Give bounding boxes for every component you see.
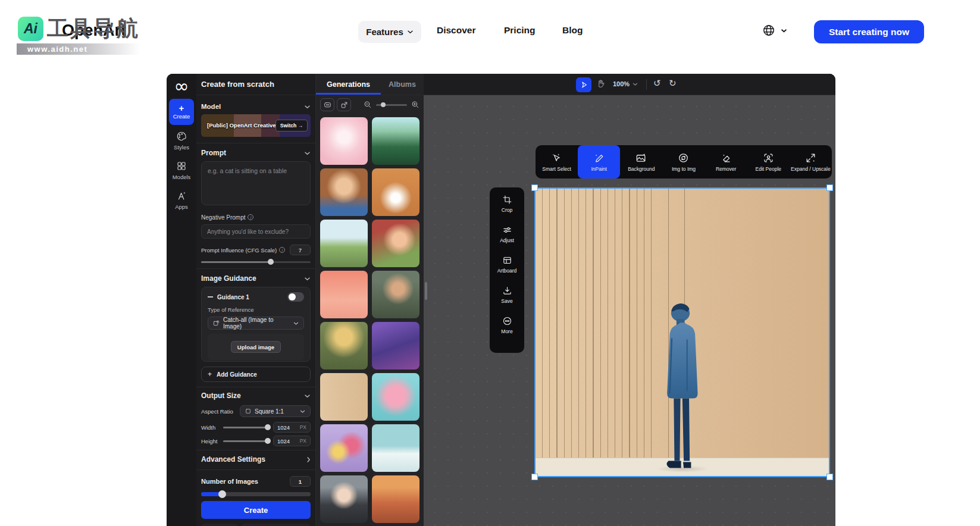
generation-thumbnail-lego-band[interactable] bbox=[372, 322, 419, 370]
model-selector-banner[interactable]: [Public] OpenArt Creative Switch → bbox=[201, 114, 311, 137]
tab-albums[interactable]: Albums bbox=[381, 74, 424, 95]
nav-link-discover[interactable]: Discover bbox=[437, 25, 475, 36]
tool-background[interactable]: Background bbox=[620, 145, 662, 179]
upload-dropzone[interactable]: Upload image bbox=[208, 334, 304, 360]
rail-item-apps[interactable]: Apps bbox=[167, 190, 196, 210]
nav-link-blog[interactable]: Blog bbox=[562, 25, 583, 36]
generation-thumbnail-pink-creature[interactable] bbox=[320, 117, 368, 165]
image-guidance-header[interactable]: Image Guidance bbox=[201, 274, 311, 283]
info-icon[interactable]: i bbox=[248, 214, 253, 220]
prompt-section-header[interactable]: Prompt bbox=[201, 148, 311, 158]
export-to-canvas-button[interactable] bbox=[337, 98, 351, 111]
selection-handle-top-right[interactable] bbox=[826, 184, 833, 191]
undo-button[interactable]: ↺ bbox=[653, 78, 661, 89]
generation-thumbnail-seal-on-ice[interactable] bbox=[372, 424, 419, 472]
info-icon[interactable]: i bbox=[279, 247, 285, 253]
generation-thumbnail-motorcycle-girl[interactable] bbox=[372, 117, 419, 165]
advanced-settings-row[interactable]: Advanced Settings bbox=[201, 455, 311, 464]
openart-infinity-logo[interactable]: ∞ bbox=[167, 77, 196, 95]
thumbnail-size-slider[interactable] bbox=[376, 102, 407, 108]
model-switch-button[interactable]: Switch → bbox=[275, 120, 308, 132]
collapse-dash-icon[interactable] bbox=[208, 296, 213, 298]
width-value-box[interactable]: 1024 PX bbox=[273, 422, 311, 433]
partial-button-left[interactable]: ⬆ bbox=[201, 524, 238, 526]
artboard-tool[interactable]: Artboard bbox=[490, 255, 524, 286]
reference-type-value: Catch-all (Image to Image) bbox=[223, 317, 290, 330]
tool-label: Artboard bbox=[497, 268, 517, 274]
nav-features-dropdown[interactable]: Features bbox=[358, 21, 421, 43]
partial-button-right[interactable]: ✓ bbox=[241, 524, 311, 526]
add-guidance-button[interactable]: + Add Guidance bbox=[201, 367, 311, 382]
cfg-slider[interactable] bbox=[201, 259, 311, 265]
generation-thumbnail-orange-canyon[interactable] bbox=[372, 475, 419, 523]
height-slider[interactable] bbox=[223, 438, 269, 444]
artwork-image bbox=[536, 189, 829, 476]
model-section-header[interactable]: Model bbox=[201, 102, 311, 111]
upload-image-button[interactable]: Upload image bbox=[231, 341, 281, 353]
generation-thumbnail-cats-at-window[interactable] bbox=[320, 220, 368, 267]
generation-thumbnail-green-jacket-woman[interactable] bbox=[372, 271, 419, 318]
nav-features-label: Features bbox=[366, 27, 403, 37]
divider bbox=[196, 143, 315, 143]
generation-thumbnail-blonde-armor-woman[interactable] bbox=[320, 322, 368, 370]
generation-thumbnail-beige-room-man[interactable] bbox=[320, 373, 368, 421]
left-rail: ∞ + Create Styles Models bbox=[167, 74, 196, 526]
height-value-box[interactable]: 1024 PX bbox=[273, 436, 311, 446]
image-count-box[interactable]: 1 bbox=[290, 476, 311, 487]
rail-create-button[interactable]: + Create bbox=[169, 99, 194, 125]
adjust-tool[interactable]: Adjust bbox=[490, 225, 524, 255]
height-value: 1024 bbox=[277, 438, 290, 444]
zoom-out-icon[interactable] bbox=[364, 101, 372, 109]
create-button[interactable]: Create bbox=[201, 501, 311, 519]
nav-link-pricing[interactable]: Pricing bbox=[504, 25, 536, 36]
selected-image[interactable] bbox=[534, 187, 830, 477]
start-creating-button[interactable]: Start creating now bbox=[814, 20, 924, 43]
tool-expand-upscale[interactable]: Expand / Upscale bbox=[790, 145, 832, 179]
width-slider[interactable] bbox=[223, 424, 269, 430]
width-label: Width bbox=[201, 424, 223, 431]
comment-icon bbox=[324, 101, 331, 109]
zoom-in-icon[interactable] bbox=[411, 101, 419, 109]
output-size-header[interactable]: Output Size bbox=[201, 391, 311, 400]
reference-type-dropdown[interactable]: Catch-all (Image to Image) bbox=[208, 317, 304, 330]
selection-handle-top-left[interactable] bbox=[531, 184, 538, 191]
tool-inpaint[interactable]: InPaint bbox=[578, 145, 620, 179]
generation-thumbnail-braided-girl[interactable] bbox=[372, 220, 419, 267]
generation-thumbnail-pink-berry-character[interactable] bbox=[372, 373, 419, 421]
tool-remover[interactable]: Remover bbox=[705, 145, 747, 179]
watermark-url: www.aidh.net bbox=[17, 45, 87, 54]
img-to-img-icon bbox=[678, 152, 689, 164]
tab-generations[interactable]: Generations bbox=[316, 74, 381, 95]
comment-history-button[interactable] bbox=[320, 98, 334, 111]
negative-prompt-input[interactable] bbox=[201, 224, 311, 239]
cfg-value-box[interactable]: 7 bbox=[290, 245, 311, 255]
zoom-level-dropdown[interactable]: 100% bbox=[613, 80, 638, 87]
language-selector[interactable] bbox=[762, 24, 787, 37]
tool-smart-select[interactable]: Smart Select bbox=[536, 145, 578, 179]
prompt-input[interactable] bbox=[201, 161, 311, 205]
crop-tool[interactable]: Crop bbox=[490, 195, 524, 225]
pan-tool-button[interactable] bbox=[596, 79, 606, 91]
generation-thumbnail-red-minimal-scene[interactable] bbox=[320, 271, 368, 318]
generation-thumbnail-anime-girl-panda[interactable] bbox=[320, 475, 368, 523]
square-icon bbox=[245, 408, 251, 414]
selection-handle-bottom-right[interactable] bbox=[826, 474, 833, 480]
redo-button[interactable]: ↻ bbox=[669, 78, 677, 89]
tool-edit-people[interactable]: Edit People bbox=[747, 145, 790, 179]
generation-thumbnail-orange-cat[interactable] bbox=[372, 168, 419, 216]
generation-thumbnail-candy-eyeballs[interactable] bbox=[320, 424, 368, 472]
selection-handle-bottom-left[interactable] bbox=[531, 474, 538, 480]
panel-resize-handle[interactable] bbox=[425, 282, 427, 300]
select-tool-button[interactable] bbox=[576, 77, 591, 92]
aspect-ratio-dropdown[interactable]: Square 1:1 bbox=[240, 405, 311, 417]
width-row: Width 1024 PX bbox=[201, 422, 311, 433]
save-tool[interactable]: Save bbox=[490, 286, 524, 316]
guidance-toggle[interactable] bbox=[287, 292, 304, 302]
more-tool[interactable]: More bbox=[490, 316, 524, 346]
rail-item-styles[interactable]: Styles bbox=[167, 131, 196, 151]
image-count-slider[interactable] bbox=[201, 491, 311, 497]
tool-img-to-img[interactable]: Img to Img bbox=[662, 145, 705, 179]
rail-item-models[interactable]: Models bbox=[167, 161, 196, 180]
apps-icon bbox=[176, 190, 187, 201]
generation-thumbnail-old-man-portrait[interactable] bbox=[320, 168, 368, 216]
